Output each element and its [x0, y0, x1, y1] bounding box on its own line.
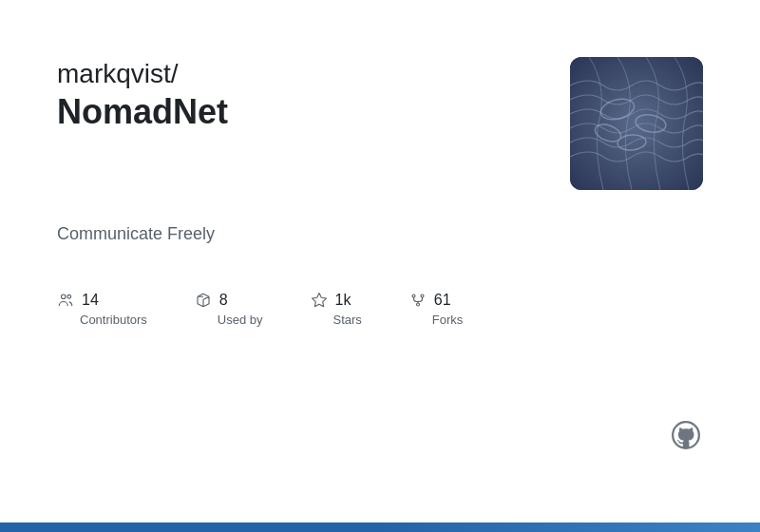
fork-icon: [409, 292, 427, 309]
stat-top-contributors: 14: [57, 292, 99, 309]
stars-label: Stars: [311, 313, 362, 327]
stat-item-forks[interactable]: 61 Forks: [409, 292, 464, 327]
package-icon: [195, 292, 212, 309]
used-by-value: 8: [219, 292, 228, 309]
repo-name: NomadNet: [57, 91, 228, 132]
forks-label: Forks: [409, 313, 464, 327]
stat-item-stars[interactable]: 1k Stars: [311, 292, 362, 327]
forks-value: 61: [434, 292, 451, 309]
stat-top-used-by: 8: [195, 292, 228, 309]
contributors-value: 14: [82, 292, 99, 309]
svg-point-9: [416, 303, 419, 306]
people-icon: [57, 292, 74, 309]
contributors-label: Contributors: [57, 313, 147, 327]
repo-image: [570, 57, 703, 190]
repo-owner: markqvist/: [57, 57, 228, 91]
bottom-bar: [0, 522, 760, 532]
star-icon: [311, 292, 328, 309]
github-icon: [669, 418, 703, 452]
stat-item-contributors[interactable]: 14 Contributors: [57, 292, 147, 327]
svg-point-7: [412, 294, 415, 297]
repo-title-section: markqvist/ NomadNet: [57, 57, 228, 133]
stats-row: 14 Contributors 8 Used by: [57, 292, 703, 327]
main-content: markqvist/ NomadNet: [0, 0, 760, 532]
svg-point-6: [67, 294, 71, 298]
svg-point-5: [62, 294, 66, 299]
github-icon-container[interactable]: [669, 418, 703, 456]
page-container: markqvist/ NomadNet: [0, 0, 760, 532]
stat-top-forks: 61: [409, 292, 451, 309]
repo-header: markqvist/ NomadNet: [57, 57, 703, 190]
stat-top-stars: 1k: [311, 292, 352, 309]
repo-description: Communicate Freely: [57, 224, 703, 244]
stat-item-used-by[interactable]: 8 Used by: [195, 292, 263, 327]
svg-point-8: [421, 294, 424, 297]
stars-value: 1k: [335, 292, 352, 309]
used-by-label: Used by: [195, 313, 263, 327]
